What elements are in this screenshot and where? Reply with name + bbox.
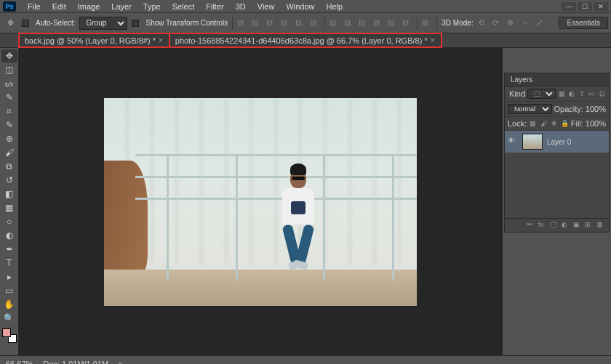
distribute-5-icon[interactable]: ⊟ [388, 18, 398, 28]
layer-row[interactable]: 👁 Layer 0 [505, 131, 609, 153]
history-brush-tool[interactable]: ↺ [1, 174, 17, 187]
path-select-tool[interactable]: ▸ [1, 270, 17, 283]
new-layer-icon[interactable]: ⊞ [585, 221, 595, 230]
filter-kind-label: Kind [509, 89, 525, 98]
layers-panel: Layers Kind ⬚ ▦ ◐ T ▭ ⊡ Normal Opacity: … [504, 73, 610, 232]
menu-edit[interactable]: Edit [47, 1, 72, 12]
brush-tool[interactable]: 🖌 [1, 146, 17, 159]
align-right-icon[interactable]: ⊟ [266, 18, 276, 28]
filter-type-icon[interactable]: T [578, 89, 586, 98]
layer-style-icon[interactable]: fx [538, 221, 548, 230]
delete-layer-icon[interactable]: 🗑 [596, 221, 607, 230]
canvas-area[interactable] [19, 48, 502, 355]
visibility-icon[interactable]: 👁 [508, 137, 518, 147]
app-logo: Ps [3, 1, 16, 12]
lock-transparency-icon[interactable]: ▦ [529, 119, 537, 128]
close-icon[interactable]: × [431, 36, 435, 44]
healing-tool[interactable]: ⊕ [1, 132, 17, 145]
close-button[interactable]: ✕ [594, 2, 608, 11]
layer-mask-icon[interactable]: ◯ [550, 221, 560, 230]
fill-label: Fill: [571, 119, 583, 128]
type-tool[interactable]: T [1, 256, 17, 270]
restore-button[interactable]: ☐ [578, 2, 592, 11]
status-menu-icon[interactable]: ▶ [119, 360, 123, 364]
zoom-tool[interactable]: 🔍 [1, 312, 17, 325]
3d-scale-icon[interactable]: ⤢ [536, 18, 546, 28]
tools-panel: ✥ ◫ ᔕ ✎ ⌗ ✎ ⊕ 🖌 ⧉ ↺ ◧ ▦ ○ ◐ ✒ T ▸ ▭ ✋ 🔍 [0, 48, 19, 355]
shape-tool[interactable]: ▭ [1, 284, 17, 297]
menu-window[interactable]: Window [280, 1, 320, 12]
opacity-value[interactable]: 100% [586, 105, 606, 113]
3d-pan-icon[interactable]: ✥ [507, 18, 517, 28]
marquee-tool[interactable]: ◫ [1, 63, 17, 76]
menu-3d[interactable]: 3D [230, 1, 252, 12]
layer-thumbnail[interactable] [522, 134, 543, 150]
align-top-icon[interactable]: ⊟ [281, 18, 291, 28]
align-center-v-icon[interactable]: ⊟ [295, 18, 306, 28]
show-transform-label: Show Transform Controls [145, 19, 228, 27]
filter-shape-icon[interactable]: ▭ [588, 89, 596, 98]
lock-pixels-icon[interactable]: 🖌 [540, 119, 548, 128]
crop-tool[interactable]: ⌗ [1, 105, 17, 118]
filter-kind-select[interactable]: ⬚ [527, 89, 556, 99]
right-panel-dock: Layers Kind ⬚ ▦ ◐ T ▭ ⊡ Normal Opacity: … [502, 48, 611, 355]
menu-view[interactable]: View [252, 1, 281, 12]
group-icon[interactable]: ▣ [573, 221, 583, 230]
filter-adjust-icon[interactable]: ◐ [568, 89, 576, 98]
lock-label: Lock: [508, 119, 527, 128]
pen-tool[interactable]: ✒ [1, 243, 17, 256]
filter-pixel-icon[interactable]: ▦ [558, 89, 566, 98]
menu-type[interactable]: Type [137, 1, 167, 12]
distribute-6-icon[interactable]: ⊟ [402, 18, 412, 28]
layer-name[interactable]: Layer 0 [547, 138, 571, 146]
lock-all-icon[interactable]: 🔒 [560, 119, 568, 128]
align-left-icon[interactable]: ⊟ [237, 18, 247, 28]
color-swatches[interactable] [2, 328, 17, 343]
show-transform-checkbox[interactable] [132, 20, 139, 27]
quick-select-tool[interactable]: ✎ [1, 91, 17, 104]
distribute-3-icon[interactable]: ⊟ [359, 18, 369, 28]
auto-select-checkbox[interactable] [22, 20, 29, 27]
filter-smart-icon[interactable]: ⊡ [598, 89, 606, 98]
3d-roll-icon[interactable]: ⟳ [492, 18, 503, 28]
clone-tool[interactable]: ⧉ [1, 160, 17, 173]
align-bottom-icon[interactable]: ⊟ [310, 18, 320, 28]
eraser-tool[interactable]: ◧ [1, 187, 17, 201]
gradient-tool[interactable]: ▦ [1, 201, 17, 214]
adjustment-layer-icon[interactable]: ◐ [562, 221, 572, 230]
minimize-button[interactable]: — [562, 2, 576, 11]
menu-image[interactable]: Image [72, 1, 106, 12]
workspace-switcher[interactable]: Essentials [559, 17, 608, 29]
foreground-color-swatch[interactable] [2, 328, 11, 337]
3d-slide-icon[interactable]: ↔ [522, 18, 532, 28]
layers-panel-tab[interactable]: Layers [505, 73, 609, 86]
distribute-1-icon[interactable]: ⊟ [330, 18, 340, 28]
align-center-h-icon[interactable]: ⊟ [252, 18, 262, 28]
move-tool[interactable]: ✥ [1, 49, 17, 62]
eyedropper-tool[interactable]: ✎ [1, 118, 17, 132]
lasso-tool[interactable]: ᔕ [1, 77, 17, 90]
fill-value[interactable]: 100% [586, 119, 606, 128]
document-tab-1[interactable]: back.jpg @ 50% (Layer 0, RGB/8#) * × [19, 33, 169, 47]
menu-select[interactable]: Select [167, 1, 201, 12]
distribute-4-icon[interactable]: ⊟ [373, 18, 383, 28]
document-tab-2[interactable]: photo-1568854224341-d64406d63c8a.jpg @ 6… [169, 33, 442, 47]
menu-help[interactable]: Help [321, 1, 349, 12]
doc-size: Doc: 1.91M/1.91M [43, 360, 108, 365]
blend-mode-select[interactable]: Normal [508, 104, 552, 114]
auto-align-icon[interactable]: ⊞ [422, 18, 432, 28]
3d-rotate-icon[interactable]: ⟲ [478, 18, 488, 28]
menu-layer[interactable]: Layer [105, 1, 137, 12]
menu-filter[interactable]: Filter [200, 1, 229, 12]
dodge-tool[interactable]: ◐ [1, 229, 17, 242]
auto-select-dropdown[interactable]: Group [79, 17, 127, 30]
blur-tool[interactable]: ○ [1, 215, 17, 228]
menu-file[interactable]: File [22, 1, 47, 12]
zoom-level[interactable]: 66.67% [6, 360, 33, 365]
lock-position-icon[interactable]: ✥ [550, 119, 558, 128]
distribute-2-icon[interactable]: ⊟ [344, 18, 354, 28]
link-layers-icon[interactable]: ⚯ [527, 221, 537, 230]
document-canvas[interactable] [104, 98, 417, 306]
close-icon[interactable]: × [159, 36, 163, 44]
hand-tool[interactable]: ✋ [1, 298, 17, 311]
